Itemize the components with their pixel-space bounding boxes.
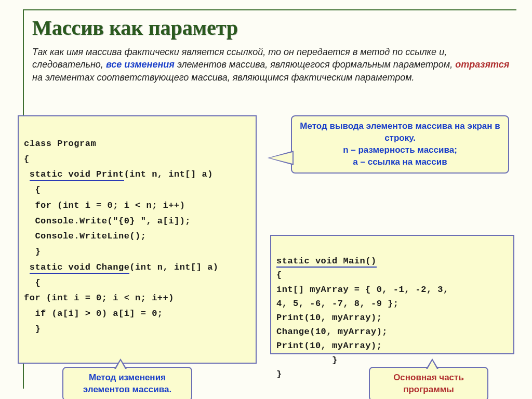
code-line: for (int i = 0; i < n; i++) [24, 293, 174, 303]
callout-pointer-icon [114, 358, 127, 369]
code-block-main: static void Main() { int[] myArray = { 0… [270, 235, 514, 354]
code-line: if (a[i] > 0) a[i] = 0; [24, 309, 163, 318]
code-block-program: class Program { static void Print(int n,… [18, 115, 257, 364]
slide-title: Массив как параметр [32, 16, 238, 40]
callout-change-method: Метод изменения элементов массива. [62, 367, 192, 399]
code-line: { [24, 278, 41, 288]
intro-highlight-1: все изменения [106, 59, 175, 70]
callout-pointer-icon [426, 358, 438, 369]
code-line: { [24, 154, 30, 164]
code-line: Print(10, myArray); [276, 313, 382, 323]
code-line: Console.Write("{0} ", a[i]); [24, 216, 191, 226]
code-line: Print(10, myArray); [276, 341, 382, 351]
intro-highlight-2: отразятся [455, 59, 509, 70]
callout-main-part: Основная часть программы [369, 367, 488, 399]
code-line: class Program [24, 139, 96, 149]
code-line: static void Change(int n, int[] a) [24, 262, 219, 274]
code-line: Change(10, myArray); [276, 327, 388, 337]
intro-paragraph: Так как имя массива фактически является … [32, 46, 511, 84]
code-line: static void Main() [276, 256, 377, 268]
code-line: } [276, 355, 338, 365]
code-line: int[] myArray = { 0, -1, -2, 3, [276, 285, 449, 295]
code-line: } [24, 247, 41, 257]
code-line: { [24, 185, 41, 195]
code-line: Console.WriteLine(); [24, 231, 146, 241]
code-line: static void Print(int n, int[] a) [24, 169, 213, 181]
intro-text-3: на элементах соответствующего массива, я… [32, 72, 415, 83]
intro-text-2: элементов массива, являющегося формальны… [175, 59, 455, 70]
callout-pointer-icon [268, 151, 294, 165]
code-line: { [276, 270, 282, 280]
callout-print-method: Метод вывода элементов массива на экран … [291, 115, 509, 174]
code-line: 4, 5, -6, -7, 8, -9 }; [276, 299, 398, 309]
code-line: } [276, 369, 282, 379]
code-line: } [24, 324, 41, 334]
code-line: for (int i = 0; i < n; i++) [24, 201, 185, 210]
